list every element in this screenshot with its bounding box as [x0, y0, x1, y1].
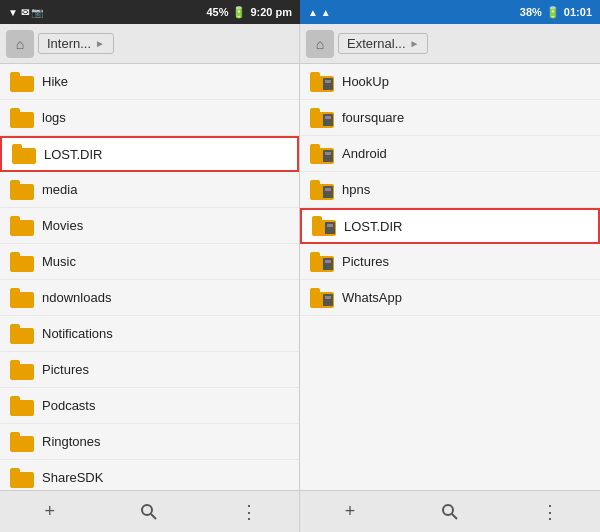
left-panel: ⌂ Intern... ► HikelogsLOST.DIRmediaMovie… — [0, 24, 300, 532]
file-name-label: LOST.DIR — [344, 219, 588, 234]
folder-icon — [310, 180, 334, 200]
file-name-label: ShareSDK — [42, 470, 289, 485]
folder-icon — [10, 360, 34, 380]
left-notification-icons: ▼ ✉ 📷 — [8, 7, 43, 18]
right-breadcrumb-chevron: ► — [410, 38, 420, 49]
file-name-label: WhatsApp — [342, 290, 590, 305]
list-item[interactable]: Pictures — [0, 352, 299, 388]
right-back-button[interactable]: ⌂ — [306, 30, 334, 58]
left-status-bar: ▼ ✉ 📷 45% 🔋 9:20 pm — [0, 0, 300, 24]
svg-point-0 — [142, 505, 152, 515]
left-more-button[interactable]: ⋮ — [233, 496, 265, 528]
right-time: 01:01 — [564, 6, 592, 18]
right-file-list: HookUpfoursquareAndroidhpnsLOST.DIRPictu… — [300, 64, 600, 490]
right-breadcrumb[interactable]: External... ► — [338, 33, 428, 54]
list-item[interactable]: Pictures — [300, 244, 600, 280]
right-battery-icon: 🔋 — [546, 6, 560, 19]
file-name-label: Android — [342, 146, 590, 161]
svg-line-1 — [151, 514, 156, 519]
list-item[interactable]: WhatsApp — [300, 280, 600, 316]
left-search-icon — [140, 503, 158, 521]
folder-icon — [310, 144, 334, 164]
right-signal-icons: ▲ ▲ — [308, 7, 331, 18]
folder-icon — [312, 216, 336, 236]
folder-icon — [10, 432, 34, 452]
folder-icon — [10, 288, 34, 308]
right-panel: ⌂ External... ► HookUpfoursquareAndroidh… — [300, 24, 600, 532]
list-item[interactable]: Ringtones — [0, 424, 299, 460]
folder-icon — [310, 72, 334, 92]
file-name-label: hpns — [342, 182, 590, 197]
svg-line-3 — [452, 514, 457, 519]
svg-point-2 — [443, 505, 453, 515]
left-breadcrumb-chevron: ► — [95, 38, 105, 49]
left-breadcrumb-bar: ⌂ Intern... ► — [0, 24, 299, 64]
folder-icon — [12, 144, 36, 164]
list-item[interactable]: foursquare — [300, 100, 600, 136]
file-name-label: Movies — [42, 218, 289, 233]
right-toolbar: + ⋮ — [300, 490, 600, 532]
notification-icon: ▼ ✉ 📷 — [8, 7, 43, 18]
right-add-button[interactable]: + — [334, 496, 366, 528]
file-name-label: Podcasts — [42, 398, 289, 413]
left-toolbar: + ⋮ — [0, 490, 299, 532]
file-name-label: Pictures — [342, 254, 590, 269]
file-name-label: LOST.DIR — [44, 147, 287, 162]
list-item[interactable]: Movies — [0, 208, 299, 244]
right-status-bar: ▲ ▲ 38% 🔋 01:01 — [300, 0, 600, 24]
file-name-label: foursquare — [342, 110, 590, 125]
left-search-button[interactable] — [133, 496, 165, 528]
list-item[interactable]: Podcasts — [0, 388, 299, 424]
right-search-button[interactable] — [434, 496, 466, 528]
list-item[interactable]: Hike — [0, 64, 299, 100]
folder-icon — [10, 72, 34, 92]
folder-icon — [10, 252, 34, 272]
folder-icon — [10, 216, 34, 236]
file-name-label: logs — [42, 110, 289, 125]
left-battery-icon: 🔋 — [232, 6, 246, 19]
folder-icon — [10, 468, 34, 488]
list-item[interactable]: Android — [300, 136, 600, 172]
file-name-label: Hike — [42, 74, 289, 89]
left-back-button[interactable]: ⌂ — [6, 30, 34, 58]
file-name-label: Ringtones — [42, 434, 289, 449]
left-file-list: HikelogsLOST.DIRmediaMoviesMusicndownloa… — [0, 64, 299, 490]
list-item[interactable]: ShareSDK — [0, 460, 299, 490]
list-item[interactable]: LOST.DIR — [300, 208, 600, 244]
right-battery-percent: 38% — [520, 6, 542, 18]
right-signal-icon: ▲ ▲ — [308, 7, 331, 18]
folder-icon — [10, 324, 34, 344]
folder-icon — [310, 108, 334, 128]
folder-icon — [10, 180, 34, 200]
list-item[interactable]: Notifications — [0, 316, 299, 352]
file-name-label: Music — [42, 254, 289, 269]
right-more-button[interactable]: ⋮ — [534, 496, 566, 528]
left-time: 9:20 pm — [250, 6, 292, 18]
file-name-label: HookUp — [342, 74, 590, 89]
list-item[interactable]: ndownloads — [0, 280, 299, 316]
file-name-label: ndownloads — [42, 290, 289, 305]
right-breadcrumb-bar: ⌂ External... ► — [300, 24, 600, 64]
folder-icon — [10, 108, 34, 128]
list-item[interactable]: Music — [0, 244, 299, 280]
file-name-label: Notifications — [42, 326, 289, 341]
left-battery-percent: 45% — [206, 6, 228, 18]
right-search-icon — [441, 503, 459, 521]
folder-icon — [310, 252, 334, 272]
left-add-button[interactable]: + — [34, 496, 66, 528]
list-item[interactable]: HookUp — [300, 64, 600, 100]
list-item[interactable]: media — [0, 172, 299, 208]
folder-icon — [10, 396, 34, 416]
file-name-label: Pictures — [42, 362, 289, 377]
list-item[interactable]: hpns — [300, 172, 600, 208]
list-item[interactable]: LOST.DIR — [0, 136, 299, 172]
file-name-label: media — [42, 182, 289, 197]
left-breadcrumb[interactable]: Intern... ► — [38, 33, 114, 54]
folder-icon — [310, 288, 334, 308]
list-item[interactable]: logs — [0, 100, 299, 136]
